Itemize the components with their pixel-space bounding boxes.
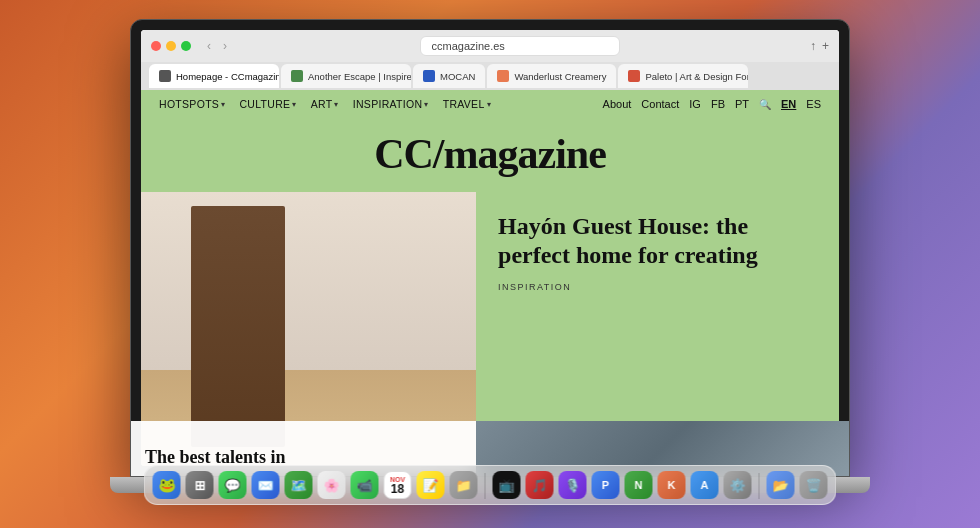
- nav-travel[interactable]: TRAVEL ▾: [443, 98, 491, 110]
- browser-chrome: ‹ › ccmagazine.es ↑ + Homepage -: [141, 30, 839, 90]
- nav-culture[interactable]: CULTURE ▾: [239, 98, 296, 110]
- address-bar[interactable]: ccmagazine.es: [420, 36, 620, 56]
- dock-launchpad[interactable]: ⊞: [186, 471, 214, 499]
- dock-appstore[interactable]: A: [691, 471, 719, 499]
- appstore-icon: A: [701, 479, 709, 491]
- nav-inspiration[interactable]: INSPIRATION ▾: [353, 98, 429, 110]
- chevron-travel: ▾: [487, 100, 491, 109]
- bottom-strip: The best talents in: [141, 421, 839, 466]
- room-door: [191, 206, 285, 447]
- nav-lang-en[interactable]: EN: [781, 98, 796, 110]
- numbers-icon: N: [635, 479, 643, 491]
- nav-art-label: ART: [311, 98, 333, 110]
- tab-label-wanderlust: Wanderlust Creamery: [514, 71, 606, 82]
- nav-hotspots-label: HOTSPOTS: [159, 98, 219, 110]
- dock-music[interactable]: 🎵: [526, 471, 554, 499]
- dock-podcasts[interactable]: 🎙️: [559, 471, 587, 499]
- dock-numbers[interactable]: N: [625, 471, 653, 499]
- dock-appletv[interactable]: 📺: [493, 471, 521, 499]
- bottom-left-article[interactable]: The best talents in: [141, 421, 476, 466]
- site-nav-right: About Contact IG FB PT 🔍 EN ES: [603, 98, 821, 110]
- launchpad-icon: ⊞: [194, 478, 205, 493]
- screen-inner: ‹ › ccmagazine.es ↑ + Homepage -: [141, 30, 839, 466]
- tab-favicon-homepage: [159, 70, 171, 82]
- dock-finder2[interactable]: 📂: [767, 471, 795, 499]
- tab-wanderlust[interactable]: Wanderlust Creamery: [487, 64, 616, 88]
- url-text: ccmagazine.es: [431, 40, 504, 52]
- dock-files[interactable]: 📁: [450, 471, 478, 499]
- nav-about[interactable]: About: [603, 98, 632, 110]
- dock-trash[interactable]: 🗑️: [800, 471, 828, 499]
- systemprefs-icon: ⚙️: [730, 478, 746, 493]
- dock-calendar[interactable]: NOV 18: [384, 471, 412, 499]
- chevron-culture: ▾: [292, 100, 296, 109]
- mail-icon: ✉️: [258, 478, 274, 493]
- nav-art[interactable]: ART ▾: [311, 98, 339, 110]
- bottom-article-headline: The best talents in: [145, 448, 286, 466]
- chevron-inspiration: ▾: [424, 100, 428, 109]
- tab-label-escape: Another Escape | Inspired by nature: [308, 71, 411, 82]
- forward-button[interactable]: ›: [219, 37, 231, 55]
- nav-buttons: ‹ ›: [203, 37, 231, 55]
- tab-mocan[interactable]: MOCAN: [413, 64, 485, 88]
- nav-pt[interactable]: PT: [735, 98, 749, 110]
- nav-ig[interactable]: IG: [689, 98, 701, 110]
- tab-favicon-escape: [291, 70, 303, 82]
- notes-icon: 📝: [423, 478, 439, 493]
- chevron-hotspots: ▾: [221, 100, 225, 109]
- podcasts-icon: 🎙️: [565, 478, 581, 493]
- files-icon: 📁: [456, 478, 472, 493]
- back-button[interactable]: ‹: [203, 37, 215, 55]
- dock-keynote[interactable]: K: [658, 471, 686, 499]
- dock-systemprefs[interactable]: ⚙️: [724, 471, 752, 499]
- site-nav: HOTSPOTS ▾ CULTURE ▾ ART ▾ INSPIRATION: [141, 90, 839, 118]
- nav-contact[interactable]: Contact: [641, 98, 679, 110]
- tab-another-escape[interactable]: Another Escape | Inspired by nature: [281, 64, 411, 88]
- dock-photos[interactable]: 🌸: [318, 471, 346, 499]
- dock-finder[interactable]: 🐸: [153, 471, 181, 499]
- dock-pages[interactable]: P: [592, 471, 620, 499]
- music-icon: 🎵: [532, 478, 548, 493]
- bottom-right-image: [476, 421, 839, 466]
- nav-fb[interactable]: FB: [711, 98, 725, 110]
- nav-hotspots[interactable]: HOTSPOTS ▾: [159, 98, 225, 110]
- dock-mail[interactable]: ✉️: [252, 471, 280, 499]
- minimize-button[interactable]: [166, 41, 176, 51]
- tab-favicon-wanderlust: [497, 70, 509, 82]
- messages-icon: 💬: [225, 478, 241, 493]
- dock-divider2: [759, 473, 760, 499]
- nav-inspiration-label: INSPIRATION: [353, 98, 423, 110]
- chevron-art: ▾: [334, 100, 338, 109]
- pages-icon: P: [602, 479, 609, 491]
- dock-messages[interactable]: 💬: [219, 471, 247, 499]
- share-button[interactable]: ↑: [810, 39, 816, 53]
- maximize-button[interactable]: [181, 41, 191, 51]
- tab-favicon-mocan: [423, 70, 435, 82]
- nav-lang-es[interactable]: ES: [806, 98, 821, 110]
- tab-homepage[interactable]: Homepage - CCmagazine: [149, 64, 279, 88]
- dock-notes[interactable]: 📝: [417, 471, 445, 499]
- facetime-icon: 📹: [357, 478, 373, 493]
- dock-facetime[interactable]: 📹: [351, 471, 379, 499]
- close-button[interactable]: [151, 41, 161, 51]
- feature-headline: Hayón Guest House: the perfect home for …: [498, 212, 817, 270]
- new-tab-button[interactable]: +: [822, 39, 829, 53]
- dock-divider: [485, 473, 486, 499]
- calendar-date: 18: [391, 483, 404, 495]
- search-icon[interactable]: 🔍: [759, 99, 771, 110]
- tab-label-mocan: MOCAN: [440, 71, 475, 82]
- maps-icon: 🗺️: [291, 478, 307, 493]
- site-nav-left: HOTSPOTS ▾ CULTURE ▾ ART ▾ INSPIRATION: [159, 98, 491, 110]
- laptop-wrapper: ‹ › ccmagazine.es ↑ + Homepage -: [110, 19, 870, 509]
- finder-icon: 🐸: [158, 477, 175, 493]
- dock: 🐸 ⊞ 💬 ✉️ 🗺️ 🌸 📹 NOV 18 📝 📁: [144, 465, 837, 505]
- finder2-icon: 📂: [773, 478, 789, 493]
- tab-favicon-paleto: [628, 70, 640, 82]
- photos-icon: 🌸: [324, 478, 340, 493]
- appletv-icon: 📺: [499, 478, 515, 493]
- dock-maps[interactable]: 🗺️: [285, 471, 313, 499]
- nav-travel-label: TRAVEL: [443, 98, 485, 110]
- tab-paleto[interactable]: Paleto | Art & Design For Your Every Day: [618, 64, 748, 88]
- toolbar-right: ↑ +: [810, 39, 829, 53]
- nav-culture-label: CULTURE: [239, 98, 290, 110]
